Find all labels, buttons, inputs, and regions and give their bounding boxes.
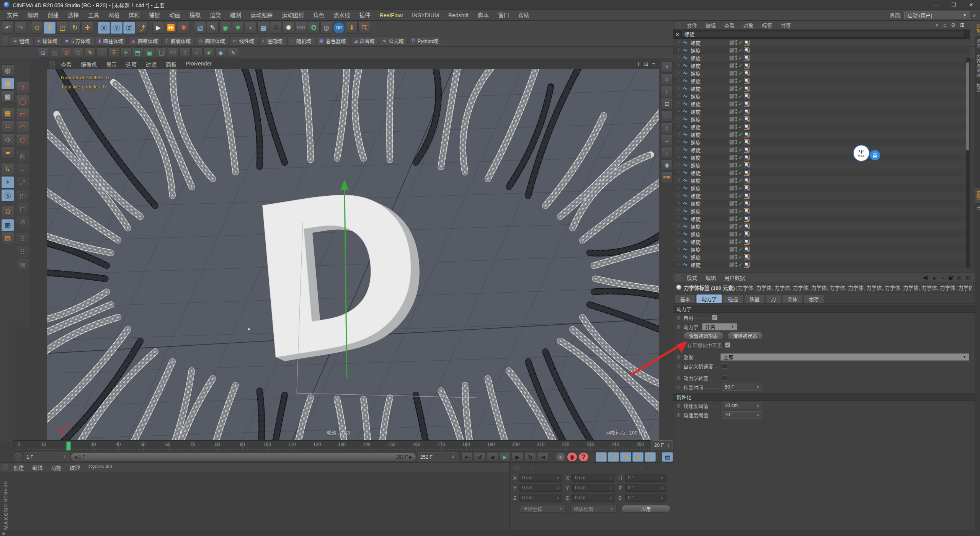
object-row-26[interactable]: └螺旋✓	[673, 238, 970, 245]
am-search-icon[interactable]: ⌕	[941, 274, 944, 281]
download-icon[interactable]: ⬇	[346, 22, 358, 34]
editor-dot[interactable]	[735, 209, 737, 211]
sphere-ghost-icon[interactable]: ⊘	[16, 216, 29, 228]
rigid-body-tag-icon[interactable]	[744, 132, 750, 137]
layer-icon[interactable]	[729, 262, 734, 267]
add-track-icon[interactable]: ＋	[661, 86, 673, 97]
interface-search-icon[interactable]: ⌕	[973, 12, 976, 19]
editor-dot[interactable]	[735, 247, 737, 249]
scale-z-field[interactable]: 0 cm⇕	[572, 494, 615, 502]
pos-y-field[interactable]: 0 cm⇕	[519, 484, 562, 492]
light-icon[interactable]: ✺	[283, 22, 294, 34]
move-tool-icon[interactable]: ⇱	[16, 151, 29, 163]
menu-item-RealFlow[interactable]: RealFlow	[375, 10, 407, 21]
menu-item-书签[interactable]: 书签	[776, 21, 795, 29]
editor-dot[interactable]	[735, 63, 737, 65]
dots-a-icon[interactable]: ⠿	[16, 233, 29, 245]
rigid-body-tag-icon[interactable]	[744, 78, 750, 84]
maximize-view-icon[interactable]: ⊡	[644, 61, 648, 67]
layer-icon[interactable]	[729, 239, 734, 244]
shader-field-chip[interactable]: ▦着色器域	[317, 36, 350, 46]
render-dot[interactable]	[735, 219, 737, 221]
render-dot[interactable]	[735, 242, 737, 244]
side-tab-构造[interactable]: 构造	[975, 80, 980, 96]
dynamic-dropdown[interactable]: 开启▼	[702, 323, 737, 330]
record-active-icon[interactable]: ●	[555, 452, 566, 462]
editor-dot[interactable]	[735, 94, 737, 96]
layer-icon[interactable]	[729, 132, 734, 137]
editor-dot[interactable]	[735, 193, 737, 195]
coord-system-icon[interactable]: ⤴	[136, 22, 148, 34]
text-tool-icon[interactable]: T	[180, 47, 191, 58]
goto-end-icon[interactable]: ⇥	[537, 452, 549, 462]
object-row-29[interactable]: └螺旋✓	[673, 261, 970, 268]
enabled-check-icon[interactable]: ✓	[738, 262, 743, 268]
object-row-22[interactable]: └螺旋✓	[673, 207, 970, 215]
workplane-mode-icon[interactable]: ▤	[1, 107, 14, 119]
trigger-dropdown[interactable]: 立即▼	[720, 353, 969, 361]
render-dot[interactable]	[735, 257, 737, 259]
layer-icon[interactable]	[729, 40, 734, 45]
layer-icon[interactable]	[729, 140, 734, 145]
render-dot[interactable]	[735, 96, 737, 98]
visibility-dots[interactable]	[735, 94, 737, 98]
menu-item-编辑[interactable]: 编辑	[701, 21, 720, 29]
menu-item-创建[interactable]: 创建	[43, 10, 63, 21]
rigid-body-tag-icon[interactable]	[744, 239, 750, 245]
visibility-dots[interactable]	[735, 132, 737, 137]
menu-item-运动图形[interactable]: 运动图形	[277, 10, 309, 21]
object-row-14[interactable]: └螺旋✓	[673, 146, 970, 154]
enabled-check-icon[interactable]: ✓	[738, 124, 743, 130]
menu-item-模式[interactable]: 模式	[683, 274, 701, 281]
key-parameter-icon[interactable]: Ⓟ	[632, 452, 644, 462]
enabled-check-icon[interactable]: ✓	[738, 86, 743, 92]
pen-spline-icon[interactable]: ✎	[207, 22, 219, 34]
object-row-16[interactable]: └螺旋✓	[673, 161, 970, 169]
render-dot[interactable]	[735, 227, 737, 229]
menu-item-文件[interactable]: 文件	[683, 21, 701, 29]
lock-y-icon[interactable]: Ⓨ	[111, 22, 122, 34]
group-field-chip[interactable]: ▰组域	[11, 36, 33, 46]
lattice-icon[interactable]: ✪	[308, 22, 320, 34]
layout-grid-icon[interactable]: ⊞	[2, 531, 5, 536]
cluster-icon[interactable]: ✛	[120, 47, 131, 58]
autokey-icon[interactable]: ◉	[567, 452, 577, 462]
layer-icon[interactable]	[729, 224, 734, 229]
menu-item-Redshift[interactable]: Redshift	[444, 10, 473, 21]
lasso-select-icon[interactable]: ◠	[16, 121, 29, 133]
object-row-6[interactable]: └螺旋✓	[673, 85, 970, 92]
menu-item-文件[interactable]: 文件	[2, 10, 23, 21]
object-row-27[interactable]: └螺旋✓	[673, 245, 970, 253]
object-row-4[interactable]: └螺旋✓	[673, 69, 970, 77]
render-dot[interactable]	[735, 66, 737, 68]
menu-item-流水线[interactable]: 流水线	[329, 10, 355, 21]
box-field-chip[interactable]: ■立方体域	[63, 36, 94, 46]
layer-icon[interactable]	[729, 124, 734, 129]
rigid-body-tag-icon[interactable]	[744, 86, 750, 92]
object-row-1[interactable]: └螺旋✓	[673, 46, 970, 54]
layer-icon[interactable]	[729, 232, 734, 237]
sound-field-chip[interactable]: ◢声音域	[351, 36, 378, 46]
object-row-24[interactable]: └螺旋✓	[673, 222, 970, 230]
cylinder-field-chip[interactable]: ▮圆柱体域	[96, 36, 127, 46]
visibility-dots[interactable]	[735, 63, 737, 68]
points-mode-icon[interactable]: ∷	[1, 120, 14, 132]
box-tool-icon[interactable]: ◫	[16, 190, 29, 202]
play-backward-icon[interactable]: ↺	[474, 452, 485, 462]
render-dot[interactable]	[735, 250, 737, 252]
interface-dropdown[interactable]: 启动 (用户)▼	[904, 11, 970, 19]
menu-item-帮助[interactable]: 帮助	[514, 10, 534, 21]
render-dot[interactable]	[735, 43, 737, 45]
scale-mode-dropdown[interactable]: 缩放比例▼	[570, 505, 617, 513]
render-dot[interactable]	[735, 196, 737, 198]
menu-item-查看[interactable]: 查看	[720, 21, 739, 29]
rigid-body-tag-icon[interactable]	[744, 178, 750, 183]
editor-dot[interactable]	[735, 262, 737, 264]
side-tab-属性[interactable]: 属性	[975, 188, 980, 203]
side-tab-对象[interactable]: 对象	[975, 21, 980, 36]
om-search-icon[interactable]: ⌕	[936, 22, 939, 28]
tl-grip[interactable]	[15, 453, 21, 461]
menu-item-标签[interactable]: 标签	[758, 21, 776, 29]
scale-tool-icon[interactable]: ⤢	[16, 177, 29, 189]
rigid-body-tag-icon[interactable]	[744, 109, 750, 114]
